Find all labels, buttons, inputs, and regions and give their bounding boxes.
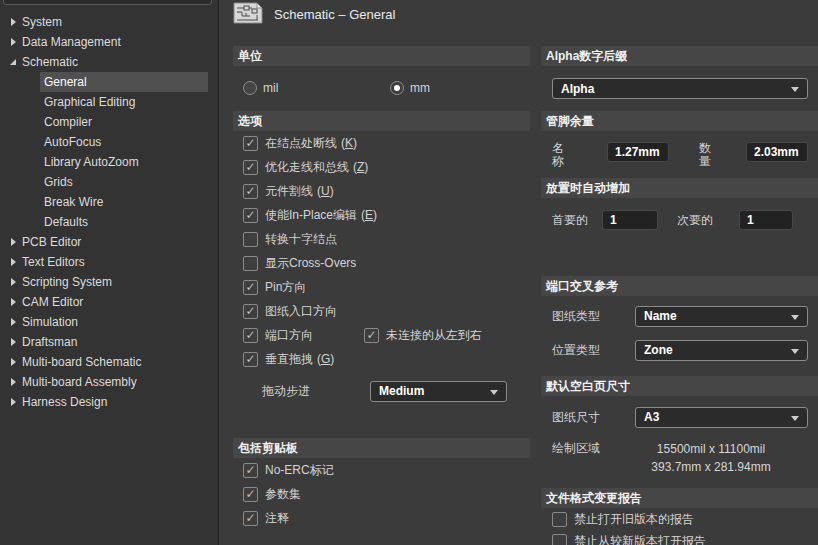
radio-mil-control[interactable] [243, 81, 257, 95]
checkbox-icon[interactable] [243, 352, 258, 367]
sidebar-item-pcb-editor[interactable]: PCB Editor [0, 232, 218, 252]
page-title: Schematic – General [274, 7, 395, 22]
sidebar-item-multiboard-schematic[interactable]: Multi-board Schematic [0, 352, 218, 372]
checkbox-icon[interactable] [243, 328, 258, 343]
chevron-expanded-icon [8, 59, 18, 65]
checkbox-icon[interactable] [243, 208, 258, 223]
auto-increment-row: 首要的 次要的 [552, 210, 808, 230]
checkbox-unconnected-left-to-right[interactable]: 未连接的从左到右 [364, 327, 482, 344]
sheet-style-row: 图纸类型 Name [552, 305, 808, 327]
checkbox-icon[interactable] [243, 160, 258, 175]
checkbox-enable-inplace-editing[interactable]: 使能In-Place编辑 (E) [233, 203, 530, 227]
preferences-sidebar: System Data Management Schematic General… [0, 0, 219, 545]
sidebar-item-break-wire[interactable]: Break Wire [40, 192, 208, 212]
chevron-right-icon [8, 398, 18, 406]
radio-mm[interactable]: mm [390, 81, 430, 95]
checkbox-drag-orthogonal[interactable]: 垂直拖拽 (G) [233, 347, 530, 371]
chevron-right-icon [8, 18, 18, 26]
checkbox-parameter-sets[interactable]: 参数集 [233, 482, 530, 506]
chevron-right-icon [8, 238, 18, 246]
drawing-area-row: 绘制区域 15500mil x 11100mil 393.7mm x 281.9… [552, 440, 808, 476]
section-alpha-suffix: Alpha数字后缀 [541, 46, 818, 66]
sidebar-item-text-editors[interactable]: Text Editors [0, 252, 218, 272]
section-port-cross-references: 端口交叉参考 [541, 276, 818, 296]
chevron-right-icon [8, 378, 18, 386]
primary-increment-input[interactable] [602, 210, 658, 230]
section-include-clipboard: 包括剪贴板 [233, 438, 530, 458]
section-options: 选项 [233, 111, 530, 131]
sidebar-search-input[interactable] [3, 0, 212, 5]
sidebar-item-defaults[interactable]: Defaults [40, 212, 208, 232]
checkbox-components-cut-wires[interactable]: 元件割线 (U) [233, 179, 530, 203]
checkbox-disable-open-newer-version-report[interactable]: 禁止从较新版本打开报告 [541, 530, 818, 545]
chevron-right-icon [8, 258, 18, 266]
sidebar-item-general[interactable]: General [40, 72, 208, 92]
checkbox-convert-cross-junctions[interactable]: 转换十字结点 [233, 227, 530, 251]
alpha-suffix-row: Alpha [552, 78, 808, 99]
chevron-right-icon [8, 298, 18, 306]
sidebar-item-multiboard-assembly[interactable]: Multi-board Assembly [0, 372, 218, 392]
sidebar-item-schematic[interactable]: Schematic [0, 52, 218, 72]
schematic-sheet-icon [233, 0, 263, 28]
checkbox-icon[interactable] [243, 304, 258, 319]
location-style-dropdown[interactable]: Zone [635, 340, 808, 361]
checkbox-icon[interactable] [243, 280, 258, 295]
secondary-increment-input[interactable] [739, 210, 793, 230]
drawing-area-label: 绘制区域 [552, 440, 614, 456]
chevron-down-icon [791, 416, 799, 421]
checkbox-optimize-wires-buses[interactable]: 优化走线和总线 (Z) [233, 155, 530, 179]
checkbox-icon[interactable] [243, 511, 258, 526]
checkbox-icon[interactable] [243, 463, 258, 478]
sheet-style-dropdown[interactable]: Name [635, 306, 808, 327]
alpha-suffix-dropdown[interactable]: Alpha [552, 78, 808, 99]
sidebar-item-autofocus[interactable]: AutoFocus [40, 132, 208, 152]
sheet-size-label: 图纸尺寸 [552, 409, 635, 426]
chevron-right-icon [8, 358, 18, 366]
radio-mm-control[interactable] [390, 81, 404, 95]
checkbox-disable-open-old-version-report[interactable]: 禁止打开旧版本的报告 [541, 508, 818, 530]
sidebar-item-draftsman[interactable]: Draftsman [0, 332, 218, 352]
checkbox-icon[interactable] [243, 136, 258, 151]
sidebar-item-library-autozoom[interactable]: Library AutoZoom [40, 152, 208, 172]
pin-name-margin-input[interactable] [607, 142, 669, 162]
sidebar-item-grids[interactable]: Grids [40, 172, 208, 192]
checkbox-icon[interactable] [243, 184, 258, 199]
section-default-blank-sheet-size: 默认空白页尺寸 [541, 376, 818, 396]
section-units: 单位 [233, 46, 530, 66]
page-header: Schematic – General [219, 0, 818, 28]
sidebar-item-cam-editor[interactable]: CAM Editor [0, 292, 218, 312]
checkbox-icon[interactable] [243, 232, 258, 247]
sidebar-item-compiler[interactable]: Compiler [40, 112, 208, 132]
sidebar-item-harness-design[interactable]: Harness Design [0, 392, 218, 412]
sidebar-item-scripting-system[interactable]: Scripting System [0, 272, 218, 292]
sheet-style-label: 图纸类型 [552, 308, 635, 325]
secondary-label: 次要的 [677, 212, 713, 229]
checkbox-icon[interactable] [552, 512, 567, 527]
radio-mil[interactable]: mil [243, 81, 390, 95]
sidebar-item-system[interactable]: System [0, 12, 218, 32]
checkbox-no-erc-markers[interactable]: No-ERC标记 [233, 458, 530, 482]
checkbox-icon[interactable] [243, 256, 258, 271]
checkbox-icon[interactable] [552, 534, 567, 545]
chevron-down-icon [791, 349, 799, 354]
drag-step-dropdown[interactable]: Medium [370, 381, 507, 402]
checkbox-icon[interactable] [243, 487, 258, 502]
chevron-right-icon [8, 338, 18, 346]
preferences-tree: System Data Management Schematic General… [0, 0, 218, 412]
left-column: 单位 mil mm 选项 在结点处断线 (K) 优化走线和总线 [233, 28, 530, 545]
checkbox-icon[interactable] [364, 328, 379, 343]
checkbox-break-wires-at-junctions[interactable]: 在结点处断线 (K) [233, 131, 530, 155]
units-radio-group: mil mm [243, 80, 530, 96]
sidebar-item-graphical-editing[interactable]: Graphical Editing [40, 92, 208, 112]
pin-number-margin-input[interactable] [746, 142, 808, 162]
checkbox-display-cross-overs[interactable]: 显示Cross-Overs [233, 251, 530, 275]
pin-name-label: 名称 [552, 142, 567, 168]
right-column: Alpha数字后缀 Alpha 管脚余量 名称 数量 放置时自动增加 首要的 次… [541, 28, 818, 545]
sidebar-item-data-management[interactable]: Data Management [0, 32, 218, 52]
checkbox-port-direction[interactable]: 端口方向 [243, 327, 364, 344]
sheet-size-dropdown[interactable]: A3 [635, 407, 808, 428]
checkbox-notes[interactable]: 注释 [233, 506, 530, 530]
checkbox-pin-direction[interactable]: Pin方向 [233, 275, 530, 299]
sidebar-item-simulation[interactable]: Simulation [0, 312, 218, 332]
checkbox-sheet-entry-direction[interactable]: 图纸入口方向 [233, 299, 530, 323]
